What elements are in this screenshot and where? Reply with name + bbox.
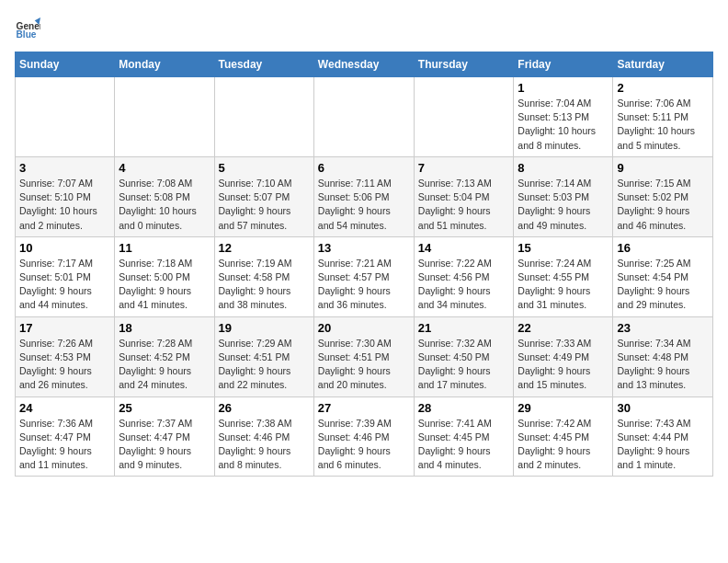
day-number: 25	[119, 401, 210, 415]
day-info: Sunrise: 7:17 AM Sunset: 5:01 PM Dayligh…	[19, 257, 110, 313]
calendar-cell: 4Sunrise: 7:08 AM Sunset: 5:08 PM Daylig…	[115, 156, 214, 236]
day-number: 4	[119, 161, 210, 175]
calendar-cell: 23Sunrise: 7:34 AM Sunset: 4:48 PM Dayli…	[613, 316, 713, 396]
calendar-cell	[313, 77, 414, 157]
weekday-header-wednesday: Wednesday	[313, 52, 414, 77]
calendar-cell: 22Sunrise: 7:33 AM Sunset: 4:49 PM Dayli…	[514, 316, 613, 396]
calendar-cell: 1Sunrise: 7:04 AM Sunset: 5:13 PM Daylig…	[514, 77, 613, 157]
day-number: 3	[19, 161, 110, 175]
day-number: 29	[518, 401, 609, 415]
calendar-cell: 11Sunrise: 7:18 AM Sunset: 5:00 PM Dayli…	[115, 236, 214, 316]
calendar-cell: 24Sunrise: 7:36 AM Sunset: 4:47 PM Dayli…	[16, 396, 115, 477]
calendar-cell: 21Sunrise: 7:32 AM Sunset: 4:50 PM Dayli…	[414, 316, 514, 396]
day-info: Sunrise: 7:21 AM Sunset: 4:57 PM Dayligh…	[318, 257, 410, 313]
day-info: Sunrise: 7:07 AM Sunset: 5:10 PM Dayligh…	[19, 177, 110, 233]
calendar-cell: 9Sunrise: 7:15 AM Sunset: 5:02 PM Daylig…	[613, 156, 713, 236]
calendar-cell: 8Sunrise: 7:14 AM Sunset: 5:03 PM Daylig…	[514, 156, 613, 236]
calendar-cell: 3Sunrise: 7:07 AM Sunset: 5:10 PM Daylig…	[16, 156, 115, 236]
weekday-header-saturday: Saturday	[613, 52, 713, 77]
calendar-cell	[16, 77, 115, 157]
day-info: Sunrise: 7:10 AM Sunset: 5:07 PM Dayligh…	[219, 177, 310, 233]
calendar-cell: 14Sunrise: 7:22 AM Sunset: 4:56 PM Dayli…	[414, 236, 514, 316]
day-info: Sunrise: 7:04 AM Sunset: 5:13 PM Dayligh…	[518, 97, 609, 153]
day-number: 22	[518, 321, 609, 335]
calendar-cell: 16Sunrise: 7:25 AM Sunset: 4:54 PM Dayli…	[613, 236, 713, 316]
day-number: 16	[617, 241, 709, 255]
calendar-cell: 28Sunrise: 7:41 AM Sunset: 4:45 PM Dayli…	[414, 396, 514, 477]
calendar-cell	[414, 77, 514, 157]
day-number: 18	[119, 321, 210, 335]
calendar-cell: 13Sunrise: 7:21 AM Sunset: 4:57 PM Dayli…	[313, 236, 414, 316]
day-info: Sunrise: 7:24 AM Sunset: 4:55 PM Dayligh…	[518, 257, 609, 313]
calendar-cell: 27Sunrise: 7:39 AM Sunset: 4:46 PM Dayli…	[313, 396, 414, 477]
day-info: Sunrise: 7:14 AM Sunset: 5:03 PM Dayligh…	[518, 177, 609, 233]
day-number: 7	[418, 161, 510, 175]
calendar-cell: 5Sunrise: 7:10 AM Sunset: 5:07 PM Daylig…	[214, 156, 313, 236]
day-number: 15	[518, 241, 609, 255]
day-number: 12	[219, 241, 310, 255]
day-info: Sunrise: 7:30 AM Sunset: 4:51 PM Dayligh…	[318, 337, 410, 393]
day-number: 2	[617, 81, 709, 95]
calendar-cell: 30Sunrise: 7:43 AM Sunset: 4:44 PM Dayli…	[613, 396, 713, 477]
calendar-cell: 19Sunrise: 7:29 AM Sunset: 4:51 PM Dayli…	[214, 316, 313, 396]
day-number: 21	[418, 321, 510, 335]
day-info: Sunrise: 7:32 AM Sunset: 4:50 PM Dayligh…	[418, 337, 510, 393]
day-number: 17	[19, 321, 110, 335]
day-info: Sunrise: 7:25 AM Sunset: 4:54 PM Dayligh…	[617, 257, 709, 313]
day-info: Sunrise: 7:33 AM Sunset: 4:49 PM Dayligh…	[518, 337, 609, 393]
calendar-cell: 25Sunrise: 7:37 AM Sunset: 4:47 PM Dayli…	[115, 396, 214, 477]
day-number: 10	[19, 241, 110, 255]
calendar-cell: 7Sunrise: 7:13 AM Sunset: 5:04 PM Daylig…	[414, 156, 514, 236]
logo-icon: General Blue	[15, 15, 40, 40]
weekday-header-row: SundayMondayTuesdayWednesdayThursdayFrid…	[16, 52, 713, 77]
day-number: 19	[219, 321, 310, 335]
day-number: 26	[219, 401, 310, 415]
day-number: 13	[318, 241, 410, 255]
day-number: 24	[19, 401, 110, 415]
day-info: Sunrise: 7:37 AM Sunset: 4:47 PM Dayligh…	[119, 417, 210, 473]
weekday-header-thursday: Thursday	[414, 52, 514, 77]
day-number: 20	[318, 321, 410, 335]
calendar-cell: 18Sunrise: 7:28 AM Sunset: 4:52 PM Dayli…	[115, 316, 214, 396]
day-info: Sunrise: 7:19 AM Sunset: 4:58 PM Dayligh…	[219, 257, 310, 313]
day-info: Sunrise: 7:41 AM Sunset: 4:45 PM Dayligh…	[418, 417, 510, 473]
logo: General Blue	[15, 15, 40, 40]
calendar-week-row: 24Sunrise: 7:36 AM Sunset: 4:47 PM Dayli…	[16, 396, 713, 477]
calendar-week-row: 1Sunrise: 7:04 AM Sunset: 5:13 PM Daylig…	[16, 77, 713, 157]
day-info: Sunrise: 7:43 AM Sunset: 4:44 PM Dayligh…	[617, 417, 709, 473]
day-number: 14	[418, 241, 510, 255]
day-info: Sunrise: 7:22 AM Sunset: 4:56 PM Dayligh…	[418, 257, 510, 313]
day-number: 1	[518, 81, 609, 95]
day-info: Sunrise: 7:38 AM Sunset: 4:46 PM Dayligh…	[219, 417, 310, 473]
day-number: 30	[617, 401, 709, 415]
calendar-cell: 26Sunrise: 7:38 AM Sunset: 4:46 PM Dayli…	[214, 396, 313, 477]
calendar-cell: 15Sunrise: 7:24 AM Sunset: 4:55 PM Dayli…	[514, 236, 613, 316]
day-info: Sunrise: 7:08 AM Sunset: 5:08 PM Dayligh…	[119, 177, 210, 233]
calendar-week-row: 17Sunrise: 7:26 AM Sunset: 4:53 PM Dayli…	[16, 316, 713, 396]
calendar-cell: 12Sunrise: 7:19 AM Sunset: 4:58 PM Dayli…	[214, 236, 313, 316]
weekday-header-friday: Friday	[514, 52, 613, 77]
day-info: Sunrise: 7:15 AM Sunset: 5:02 PM Dayligh…	[617, 177, 709, 233]
day-number: 28	[418, 401, 510, 415]
day-info: Sunrise: 7:26 AM Sunset: 4:53 PM Dayligh…	[19, 337, 110, 393]
weekday-header-monday: Monday	[115, 52, 214, 77]
day-info: Sunrise: 7:06 AM Sunset: 5:11 PM Dayligh…	[617, 97, 709, 153]
day-number: 23	[617, 321, 709, 335]
day-info: Sunrise: 7:42 AM Sunset: 4:45 PM Dayligh…	[518, 417, 609, 473]
day-info: Sunrise: 7:13 AM Sunset: 5:04 PM Dayligh…	[418, 177, 510, 233]
day-info: Sunrise: 7:11 AM Sunset: 5:06 PM Dayligh…	[318, 177, 410, 233]
calendar-table: SundayMondayTuesdayWednesdayThursdayFrid…	[15, 52, 713, 477]
calendar-cell	[115, 77, 214, 157]
day-info: Sunrise: 7:18 AM Sunset: 5:00 PM Dayligh…	[119, 257, 210, 313]
weekday-header-tuesday: Tuesday	[214, 52, 313, 77]
day-info: Sunrise: 7:28 AM Sunset: 4:52 PM Dayligh…	[119, 337, 210, 393]
calendar-cell: 20Sunrise: 7:30 AM Sunset: 4:51 PM Dayli…	[313, 316, 414, 396]
day-number: 9	[617, 161, 709, 175]
svg-text:Blue: Blue	[17, 29, 37, 40]
calendar-week-row: 3Sunrise: 7:07 AM Sunset: 5:10 PM Daylig…	[16, 156, 713, 236]
day-number: 27	[318, 401, 410, 415]
header: General Blue	[15, 15, 713, 40]
calendar-cell: 17Sunrise: 7:26 AM Sunset: 4:53 PM Dayli…	[16, 316, 115, 396]
day-info: Sunrise: 7:36 AM Sunset: 4:47 PM Dayligh…	[19, 417, 110, 473]
day-number: 6	[318, 161, 410, 175]
